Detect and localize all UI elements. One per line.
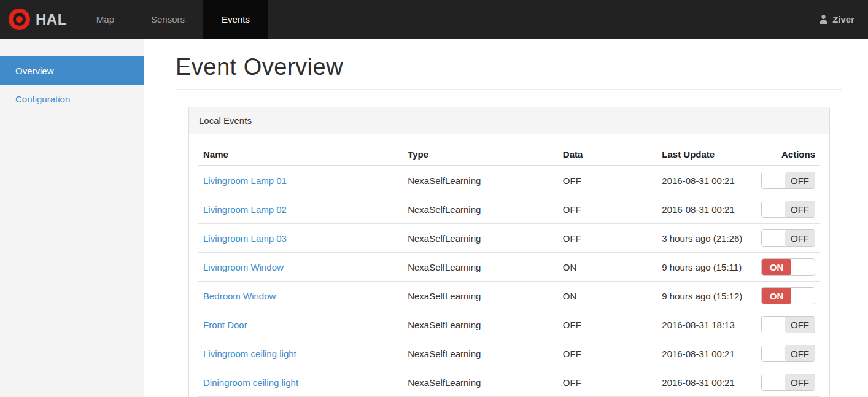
event-data-cell: ON (558, 282, 657, 310)
event-name-cell: Front Door (198, 310, 403, 339)
sidebar-item-label: Overview (15, 66, 54, 76)
event-name-cell: Livingroom ceiling light (198, 339, 403, 368)
sidebar-item-label: Configuration (15, 94, 70, 104)
event-last-update-cell: 9 hours ago (15:11) (657, 253, 756, 282)
toggle-handle (762, 374, 785, 390)
table-header-row: Name Type Data Last Update Actions (198, 144, 820, 166)
event-data-cell: OFF (558, 368, 657, 397)
event-name-link[interactable]: Livingroom Window (203, 262, 284, 272)
table-row: Diningroom ceiling light NexaSelfLearnin… (198, 368, 820, 397)
event-type-cell: NexaSelfLearning (403, 282, 558, 310)
main-content: Event Overview Local Events Name Type Da… (144, 39, 868, 397)
toggle-state-label: OFF (785, 374, 815, 390)
toggle-handle (762, 345, 785, 361)
event-actions-cell: OFF (756, 195, 820, 224)
event-last-update-cell: 2016-08-31 18:13 (657, 310, 756, 339)
event-actions-cell: ON (756, 253, 820, 282)
panel-title: Local Events (189, 107, 829, 134)
sidebar-item-configuration[interactable]: Configuration (0, 85, 144, 113)
event-last-update-cell: 2016-08-31 00:21 (657, 339, 756, 368)
event-type-cell: NexaSelfLearning (403, 339, 558, 368)
page-title: Event Overview (176, 54, 842, 90)
event-data-cell: ON (558, 253, 657, 282)
local-events-panel: Local Events Name Type Data Last Update … (188, 107, 830, 397)
column-header-name: Name (198, 144, 403, 166)
event-name-link[interactable]: Livingroom Lamp 01 (203, 175, 287, 186)
event-data-cell: OFF (558, 310, 657, 339)
event-toggle-switch[interactable]: ON (761, 287, 815, 304)
navbar-menu: Map Sensors Events (78, 0, 268, 39)
sidebar: Overview Configuration (0, 39, 144, 397)
event-name-cell: Livingroom Lamp 01 (198, 166, 403, 195)
table-row: Livingroom Lamp 02 NexaSelfLearning OFF … (198, 195, 820, 224)
event-data-cell: OFF (558, 166, 657, 195)
event-toggle-switch[interactable]: OFF (761, 229, 815, 247)
user-icon (818, 14, 829, 25)
event-toggle-switch[interactable]: OFF (761, 172, 815, 189)
event-type-cell: NexaSelfLearning (403, 310, 558, 339)
nav-item-label: Events (222, 14, 250, 25)
sidebar-item-overview[interactable]: Overview (0, 56, 144, 85)
event-name-link[interactable]: Bedroom Window (203, 291, 276, 301)
toggle-state-label: OFF (785, 172, 815, 188)
event-data-cell: OFF (558, 195, 657, 224)
nav-item-label: Map (96, 14, 114, 25)
brand[interactable]: HAL (0, 0, 78, 39)
event-actions-cell: OFF (756, 166, 820, 195)
column-header-last-update: Last Update (657, 144, 756, 166)
event-name-cell: Diningroom ceiling light (198, 368, 403, 397)
event-actions-cell: OFF (756, 224, 820, 253)
event-name-cell: Livingroom Lamp 03 (198, 224, 403, 253)
toggle-handle (791, 259, 815, 275)
toggle-state-label: OFF (785, 317, 815, 333)
toggle-state-label: OFF (785, 201, 815, 217)
toggle-state-label: OFF (785, 345, 815, 361)
event-type-cell: NexaSelfLearning (403, 195, 558, 224)
event-name-link[interactable]: Front Door (203, 320, 247, 330)
event-actions-cell: ON (756, 282, 820, 310)
table-row: Front Door NexaSelfLearning OFF 2016-08-… (198, 310, 820, 339)
event-actions-cell: OFF (756, 310, 820, 339)
column-header-data: Data (558, 144, 657, 166)
event-last-update-cell: 2016-08-31 00:21 (657, 368, 756, 397)
event-type-cell: NexaSelfLearning (403, 368, 558, 397)
event-toggle-switch[interactable]: OFF (761, 345, 815, 362)
panel-body: Name Type Data Last Update Actions Livin… (189, 134, 829, 397)
event-last-update-cell: 3 hours ago (21:26) (657, 224, 756, 253)
toggle-handle (791, 288, 815, 304)
event-toggle-switch[interactable]: OFF (761, 374, 815, 391)
nav-item-label: Sensors (151, 14, 185, 25)
brand-label: HAL (36, 11, 67, 28)
toggle-handle (762, 201, 785, 217)
event-toggle-switch[interactable]: OFF (761, 201, 815, 218)
user-menu[interactable]: Ziver (818, 0, 868, 39)
event-type-cell: NexaSelfLearning (403, 224, 558, 253)
event-toggle-switch[interactable]: ON (761, 258, 815, 276)
toggle-handle (762, 172, 785, 188)
table-row: Livingroom ceiling light NexaSelfLearnin… (198, 339, 820, 368)
column-header-actions: Actions (756, 144, 820, 166)
event-type-cell: NexaSelfLearning (403, 166, 558, 195)
event-name-cell: Livingroom Lamp 02 (198, 195, 403, 224)
toggle-handle (762, 317, 785, 333)
events-table: Name Type Data Last Update Actions Livin… (198, 144, 820, 397)
table-row: Livingroom Lamp 01 NexaSelfLearning OFF … (198, 166, 820, 195)
table-row: Livingroom Window NexaSelfLearning ON 9 … (198, 253, 820, 282)
event-last-update-cell: 2016-08-31 00:21 (657, 166, 756, 195)
table-row: Livingroom Lamp 03 NexaSelfLearning OFF … (198, 224, 820, 253)
event-actions-cell: OFF (756, 368, 820, 397)
toggle-state-label: ON (762, 259, 791, 275)
event-name-link[interactable]: Livingroom Lamp 02 (203, 204, 287, 215)
top-navbar: HAL Map Sensors Events Ziver (0, 0, 868, 39)
nav-item-map[interactable]: Map (78, 0, 133, 39)
nav-item-sensors[interactable]: Sensors (133, 0, 203, 39)
toggle-state-label: OFF (785, 230, 815, 246)
toggle-state-label: ON (762, 288, 791, 304)
event-name-link[interactable]: Diningroom ceiling light (203, 377, 298, 388)
event-name-link[interactable]: Livingroom Lamp 03 (203, 233, 287, 244)
event-toggle-switch[interactable]: OFF (761, 316, 815, 333)
event-last-update-cell: 9 hours ago (15:12) (657, 282, 756, 310)
nav-item-events[interactable]: Events (203, 0, 268, 39)
event-name-link[interactable]: Livingroom ceiling light (203, 349, 296, 359)
user-name-label: Ziver (832, 14, 854, 25)
